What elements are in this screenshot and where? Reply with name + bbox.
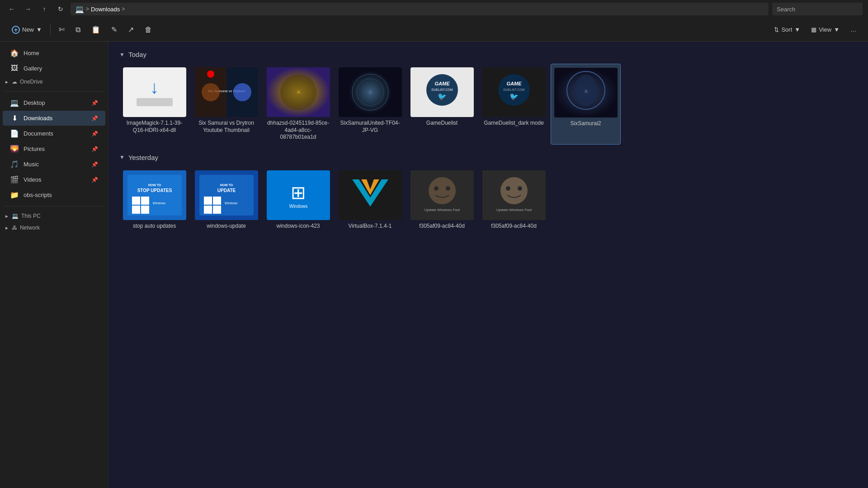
win-icon-svg: ⊞ Windows [276, 177, 321, 213]
stop-updates-thumb: HOW TO STOP UPDATES Windows [123, 170, 186, 220]
paste-icon: 📋 [91, 25, 100, 34]
today-section-header: ▼ Today [119, 51, 857, 58]
sidebar-item-home[interactable]: 🏠 Home [3, 46, 105, 61]
sort-button[interactable]: ⇅ Sort ▼ [769, 22, 805, 38]
sidebar-item-gallery[interactable]: 🖼 Gallery [3, 61, 105, 75]
sidebar-item-documents[interactable]: 📄 Documents 📌 [3, 126, 105, 141]
cut-button[interactable]: ✄ [54, 22, 69, 38]
f305-1-name: f305af09-ac84-40d [419, 223, 465, 230]
new-label: New [22, 26, 34, 33]
back-button[interactable]: ← [5, 3, 18, 15]
view-button[interactable]: ▦ View ▼ [807, 22, 844, 38]
six2-svg: ⚔ [554, 68, 618, 117]
forward-button[interactable]: → [22, 3, 34, 15]
file-item-f305-1[interactable]: Update Windows Fast f305af09-ac84-40d [407, 167, 477, 234]
svg-text:Windows: Windows [289, 204, 307, 209]
this-pc-chevron-icon: ► [5, 214, 9, 219]
imagemagick-thumb: ↓ [123, 67, 186, 117]
sidebar: 🏠 Home 🖼 Gallery ► ☁ OneDrive 💻 Desktop … [0, 42, 108, 488]
f305-2-thumb: Update Windows Fast [482, 170, 546, 220]
copy-button[interactable]: ⧉ [71, 22, 85, 38]
game-duelist-name: GameDuelist [426, 120, 458, 127]
today-file-grid: ↓ ImageMagick-7.1.1-39-Q16-HDRI-x64-dll … [119, 64, 857, 145]
svg-point-6 [207, 70, 214, 78]
file-item-stop-updates[interactable]: HOW TO STOP UPDATES Windows stop auto up… [119, 167, 189, 234]
svg-point-61 [506, 186, 510, 191]
new-icon: + [12, 26, 20, 34]
gallery-icon: 🖼 [10, 64, 19, 72]
file-item-win-icon[interactable]: ⊞ Windows windows-icon-423 [263, 167, 333, 234]
file-item-f305-2[interactable]: Update Windows Fast f305af09-ac84-40d [479, 167, 549, 234]
file-item-card-gold[interactable]: ⚔ dhhazsd-0245119d-85ce-4ad4-a8cc-08787b… [263, 64, 333, 145]
file-item-game-duelist-dark[interactable]: GAME DUELIST.COM 🐦 GameDuelist_dark mode [479, 64, 549, 145]
main-layout: 🏠 Home 🖼 Gallery ► ☁ OneDrive 💻 Desktop … [0, 42, 868, 488]
up-button[interactable]: ↑ [38, 3, 51, 15]
win-icon-name: windows-icon-423 [276, 223, 320, 230]
game-duelist-dark-svg: GAME DUELIST.COM 🐦 [482, 67, 546, 117]
f305-2-name: f305af09-ac84-40d [491, 223, 537, 230]
delete-icon: 🗑 [145, 26, 152, 34]
new-chevron-icon: ▼ [36, 26, 42, 33]
today-chevron-icon: ▼ [119, 52, 125, 58]
pictures-pin-icon: 📌 [91, 146, 98, 152]
sidebar-label-this-pc: This PC [21, 213, 41, 219]
view-icon: ▦ [811, 26, 816, 33]
downloads-icon: ⬇ [10, 114, 19, 122]
search-box[interactable]: Search [772, 3, 863, 15]
sidebar-item-obs-scripts[interactable]: 📁 obs-scripts [3, 188, 105, 202]
sidebar-item-downloads[interactable]: ⬇ Downloads 📌 [3, 111, 105, 126]
stop-updates-svg: HOW TO STOP UPDATES Windows [123, 170, 186, 220]
toolbar: + New ▼ ✄ ⧉ 📋 ✎ ↗ 🗑 ⇅ Sort ▼ ▦ View ▼ … [0, 18, 868, 42]
svg-text:Windows: Windows [152, 202, 165, 205]
svg-rect-34 [132, 197, 140, 205]
svg-rect-46 [213, 206, 221, 214]
desktop-pin-icon: 📌 [91, 100, 98, 106]
svg-point-4 [202, 83, 220, 101]
six2-name: SixSamurai2 [570, 120, 601, 127]
svg-text:HOW TO: HOW TO [220, 183, 233, 187]
file-item-imagemagick[interactable]: ↓ ImageMagick-7.1.1-39-Q16-HDRI-x64-dll [119, 64, 189, 145]
sidebar-item-desktop[interactable]: 💻 Desktop 📌 [3, 95, 105, 110]
game-duelist-thumb: GAME DUELIST.COM 🐦 [410, 67, 474, 117]
more-options-button[interactable]: … [846, 22, 861, 38]
file-item-game-duelist[interactable]: GAME DUELIST.COM 🐦 GameDuelist [407, 64, 477, 145]
file-item-six-samurai-vs[interactable]: Six Samurai vs Drytron Six Samurai vs Dr… [191, 64, 261, 145]
sort-label: Sort [781, 26, 792, 33]
svg-text:⚔: ⚔ [296, 89, 300, 94]
more-icon: … [850, 26, 856, 33]
sidebar-item-pictures[interactable]: 🌄 Pictures 📌 [3, 141, 105, 156]
breadcrumb[interactable]: 💻 > Downloads > [71, 3, 769, 15]
videos-pin-icon: 📌 [91, 177, 98, 183]
paste-button[interactable]: 📋 [87, 22, 105, 38]
sidebar-label-onedrive: OneDrive [20, 79, 43, 85]
refresh-button[interactable]: ↻ [54, 3, 67, 15]
delete-button[interactable]: 🗑 [140, 22, 156, 38]
svg-text:UPDATE: UPDATE [217, 188, 236, 193]
toolbar-sep1 [50, 24, 51, 35]
sidebar-label-pictures: Pictures [24, 145, 45, 152]
svg-point-55 [429, 177, 456, 204]
file-item-win-update[interactable]: HOW TO UPDATE Windows windows-update [191, 167, 261, 234]
svg-rect-44 [213, 197, 221, 205]
sidebar-label-desktop: Desktop [24, 99, 45, 106]
game-duelist-dark-name: GameDuelist_dark mode [484, 120, 544, 127]
file-item-virtualbox[interactable]: VirtualBox-7.1.4-1 [335, 167, 405, 234]
file-item-six-united[interactable]: 六 SixSamuraiUnited-TF04-JP-VG [335, 64, 405, 145]
svg-text:Update Windows Fast: Update Windows Fast [496, 208, 532, 212]
sidebar-item-this-pc[interactable]: ► 💻 This PC [0, 210, 108, 222]
share-button[interactable]: ↗ [123, 22, 138, 38]
sidebar-label-obs-scripts: obs-scripts [24, 192, 52, 198]
virtualbox-svg [339, 170, 402, 220]
sidebar-item-music[interactable]: 🎵 Music 📌 [3, 157, 105, 172]
sidebar-item-videos[interactable]: 🎬 Videos 📌 [3, 172, 105, 187]
svg-text:DUELIST.COM: DUELIST.COM [431, 88, 453, 91]
sidebar-item-network[interactable]: ► 🖧 Network [0, 222, 108, 234]
svg-text:HOW TO: HOW TO [148, 183, 161, 187]
six-united-name: SixSamuraiUnited-TF04-JP-VG [339, 120, 401, 134]
rename-button[interactable]: ✎ [107, 22, 122, 38]
sidebar-label-gallery: Gallery [24, 65, 42, 72]
six-united-svg: 六 [339, 67, 402, 117]
file-item-six2[interactable]: ⚔ SixSamurai2 [551, 64, 621, 145]
new-button[interactable]: + New ▼ [7, 22, 47, 38]
sidebar-item-onedrive[interactable]: ► ☁ OneDrive [0, 76, 108, 88]
